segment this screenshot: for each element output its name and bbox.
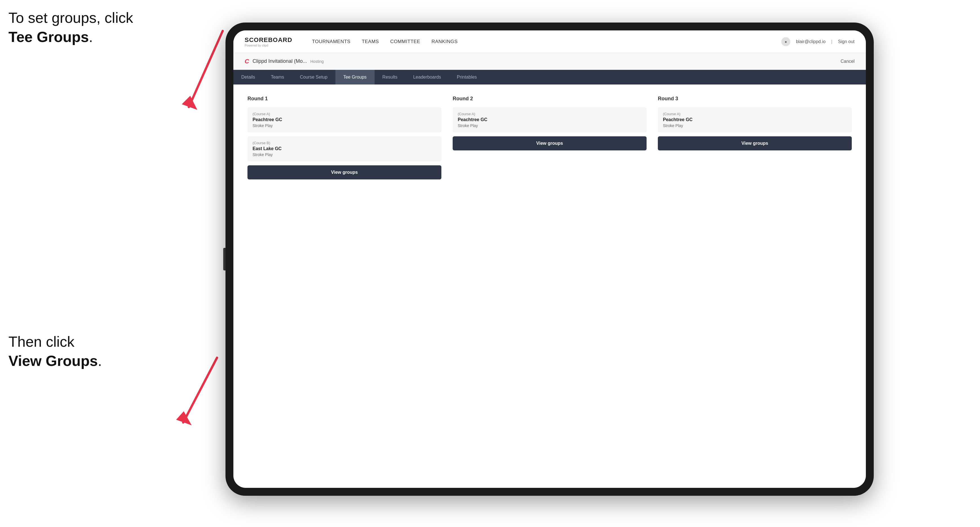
svg-line-2 (183, 358, 217, 422)
round-1-course-a-format: Stroke Play (253, 123, 436, 128)
tab-tee-groups[interactable]: Tee Groups (336, 70, 375, 84)
tab-printables[interactable]: Printables (449, 70, 485, 84)
user-avatar: ● (781, 37, 790, 46)
tab-teams[interactable]: Teams (263, 70, 292, 84)
round-2-course-a-card: (Course A) Peachtree GC Stroke Play (453, 107, 647, 132)
hosting-badge: Hosting (310, 59, 324, 63)
round-1-course-b-format: Stroke Play (253, 152, 436, 157)
main-content: Round 1 (Course A) Peachtree GC Stroke P… (233, 84, 866, 488)
round-3-title: Round 3 (658, 96, 852, 102)
round-2-course-a-label: (Course A) (458, 112, 641, 116)
tournament-bar: C Clippd Invitational (Mo... Hosting Can… (233, 53, 866, 70)
round-1-course-a-name: Peachtree GC (253, 117, 436, 122)
round-3-course-a-card: (Course A) Peachtree GC Stroke Play (658, 107, 852, 132)
rounds-grid: Round 1 (Course A) Peachtree GC Stroke P… (247, 96, 852, 179)
sub-nav: Details Teams Course Setup Tee Groups Re… (233, 70, 866, 84)
round-3-view-groups-button[interactable]: View groups (658, 137, 852, 151)
tab-details[interactable]: Details (233, 70, 263, 84)
instruction-bottom: Then click View Groups. (8, 332, 102, 370)
round-1-course-a-card: (Course A) Peachtree GC Stroke Play (247, 107, 441, 132)
tab-leaderboards[interactable]: Leaderboards (405, 70, 449, 84)
round-2-column: Round 2 (Course A) Peachtree GC Stroke P… (453, 96, 647, 179)
tablet-side-button (223, 248, 226, 270)
logo-sub: Powered by clipd (245, 44, 292, 47)
round-1-course-a-label: (Course A) (253, 112, 436, 116)
svg-marker-3 (176, 411, 192, 425)
arrow-to-view-groups (138, 349, 234, 445)
round-1-title: Round 1 (247, 96, 441, 102)
round-1-column: Round 1 (Course A) Peachtree GC Stroke P… (247, 96, 441, 179)
round-3-course-a-label: (Course A) (663, 112, 847, 116)
svg-marker-1 (182, 96, 197, 110)
round-1-view-groups-button[interactable]: View groups (247, 165, 441, 179)
tab-results[interactable]: Results (375, 70, 405, 84)
nav-right: ● blair@clippd.io | Sign out (781, 37, 854, 46)
logo-area: SCOREBOARD Powered by clipd (245, 37, 292, 47)
round-1-course-b-name: East Lake GC (253, 146, 436, 151)
round-2-course-a-format: Stroke Play (458, 123, 641, 128)
nav-teams[interactable]: TEAMS (362, 39, 379, 44)
round-2-view-groups-button[interactable]: View groups (453, 137, 647, 151)
nav-tournaments[interactable]: TOURNAMENTS (312, 39, 350, 44)
round-1-course-b-label: (Course B) (253, 141, 436, 145)
user-email: blair@clippd.io (796, 39, 826, 44)
round-1-course-b-card: (Course B) East Lake GC Stroke Play (247, 137, 441, 161)
tablet-device: SCOREBOARD Powered by clipd TOURNAMENTS … (226, 22, 874, 496)
nav-rankings[interactable]: RANKINGS (431, 39, 458, 44)
round-2-course-a-name: Peachtree GC (458, 117, 641, 122)
tab-course-setup[interactable]: Course Setup (292, 70, 336, 84)
round-3-course-a-format: Stroke Play (663, 123, 847, 128)
tournament-c-icon: C (245, 58, 249, 65)
logo-text: SCOREBOARD (245, 37, 292, 44)
round-2-title: Round 2 (453, 96, 647, 102)
sign-out-link[interactable]: Sign out (838, 39, 854, 44)
tournament-name: Clippd Invitational (Mo... (253, 58, 307, 64)
nav-committee[interactable]: COMMITTEE (390, 39, 420, 44)
round-3-course-a-name: Peachtree GC (663, 117, 847, 122)
round-3-column: Round 3 (Course A) Peachtree GC Stroke P… (658, 96, 852, 179)
cancel-button[interactable]: Cancel (840, 59, 854, 64)
nav-links: TOURNAMENTS TEAMS COMMITTEE RANKINGS (312, 39, 767, 44)
svg-line-0 (189, 31, 223, 107)
tablet-screen: SCOREBOARD Powered by clipd TOURNAMENTS … (233, 30, 866, 488)
top-nav: SCOREBOARD Powered by clipd TOURNAMENTS … (233, 30, 866, 53)
tournament-title: C Clippd Invitational (Mo... Hosting (245, 58, 324, 65)
instruction-top: To set groups, click Tee Groups. (8, 8, 133, 46)
